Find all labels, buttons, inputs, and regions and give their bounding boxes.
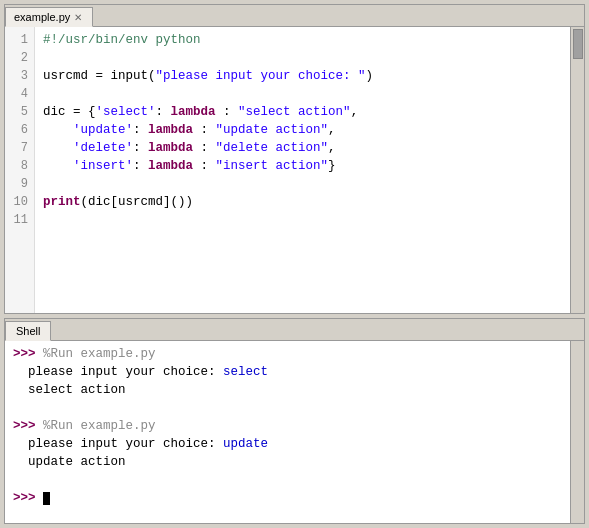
editor-scrollbar-thumb[interactable] (573, 29, 583, 59)
line-numbers: 1 2 3 4 5 6 7 8 9 10 11 (5, 27, 35, 313)
shell-tab[interactable]: Shell (5, 321, 51, 341)
editor-tab-bar: example.py ✕ (5, 5, 584, 27)
editor-scrollbar[interactable] (570, 27, 584, 313)
editor-tab[interactable]: example.py ✕ (5, 7, 93, 27)
shell-content: >>> %Run example.py please input your ch… (5, 341, 584, 523)
shell-tab-label: Shell (16, 325, 40, 337)
code-editor[interactable]: #!/usr/bin/env python usrcmd = input("pl… (35, 27, 570, 313)
editor-tab-label: example.py (14, 11, 70, 23)
shell-tab-bar: Shell (5, 319, 584, 341)
editor-tab-close[interactable]: ✕ (74, 12, 82, 23)
shell-panel: Shell >>> %Run example.py please input y… (4, 318, 585, 524)
shell-scrollbar[interactable] (570, 341, 584, 523)
shell-output[interactable]: >>> %Run example.py please input your ch… (5, 341, 570, 523)
editor-content: 1 2 3 4 5 6 7 8 9 10 11 #!/usr/bin/env p… (5, 27, 584, 313)
editor-panel: example.py ✕ 1 2 3 4 5 6 7 8 9 10 11 #!/… (4, 4, 585, 314)
